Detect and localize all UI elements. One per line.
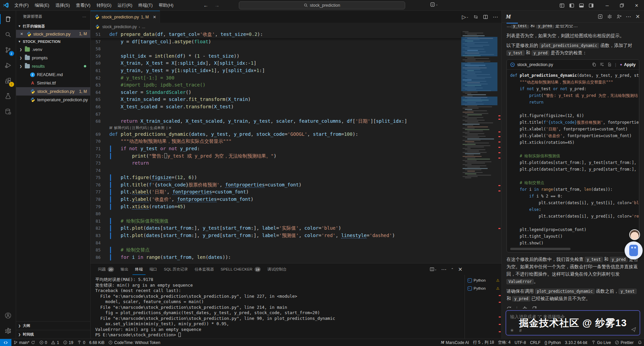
terminal-output[interactable]: 平均绝对误差(MAE): 5.9178发生错误: min() arg is an… [91,275,465,339]
minimap[interactable] [461,31,497,263]
status-0[interactable]: 0 [37,339,49,346]
account-icon[interactable] [0,308,16,323]
open-editor-item[interactable]: ✕ stock_prediction.py 1, M [16,30,90,38]
menu-选择S[interactable]: 选择(S) [52,2,73,9]
copy-code-icon[interactable] [592,62,596,67]
tab-close-icon[interactable]: ✕ [153,15,156,19]
minimize-button[interactable]: ─ [600,0,614,11]
close-window-button[interactable]: ✕ [629,0,644,11]
codelens-actions[interactable]: M解释代码 | 注释代码 | 生成单测| ✕ [91,125,461,131]
explorer-icon[interactable] [0,11,16,27]
tab-stock-prediction[interactable]: stock_prediction.py 1, M ✕ [91,11,160,23]
status-codetime-without-token[interactable]: CodeTime: Without Token [106,339,162,346]
menu-终端T[interactable]: 终端(T) [135,2,156,9]
panel-tab-输出[interactable]: 输出 [118,264,131,275]
chat-close-icon[interactable]: ✕ [636,13,640,20]
assistant-avatar[interactable] [629,229,640,240]
status-marscode-ai[interactable]: MMarsCode AI [439,339,471,346]
panel-tab-问题[interactable]: 问题20 [95,264,117,275]
panel-tab-SPELL CHECKER[interactable]: SPELL CHECKER19 [218,264,263,275]
status-6-68-kib[interactable]: 6.68 KiB [87,339,106,346]
regenerate-icon[interactable] [506,306,512,309]
terminal-split-icon[interactable]: ⌄ [430,267,437,272]
panel-tab-终端[interactable]: 终端 [132,264,146,275]
thumbs-up-icon[interactable] [522,306,527,309]
database-icon[interactable] [0,104,16,119]
status-行-5-列-18[interactable]: 行 5，列 18 [471,339,496,346]
menu-编辑E[interactable]: 编辑(E) [32,2,52,9]
commands-icon[interactable]: ✳ [510,328,514,333]
run-debug-icon[interactable] [0,58,16,73]
status-crlf[interactable]: CRLF [528,339,542,346]
status-bell[interactable] [636,339,644,346]
panel-close-icon[interactable]: ✕ [458,266,463,273]
workspace-root-section[interactable]: ▼STOCK_PREDICTION [16,38,90,45]
terminal-session-Python[interactable]: >_Python⚠ [465,276,501,284]
toggle-secondary-sidebar-icon[interactable] [589,3,594,8]
status-go-live[interactable]: Go Live [589,339,613,346]
send-message-icon[interactable] [631,327,636,332]
toggle-sidebar-icon[interactable] [569,3,574,8]
panel-tab-SQL 历史记录[interactable]: SQL 历史记录 [161,264,191,275]
panel-tab-调试控制台[interactable]: 调试控制台 [265,264,289,275]
chat-messages[interactable]: …y_test 和 y_pred 是否为空… 列表是否为空，如果为空，则跳过绘图… [502,23,644,308]
settings-gear-icon[interactable] [0,323,16,339]
toggle-panel-icon[interactable] [579,3,584,8]
status-1[interactable]: 1 [49,339,61,346]
status-3-10-2-64-bit[interactable]: 3.10.2 64-bit [563,339,589,346]
panel-tab-端口[interactable]: 端口 [147,264,160,275]
nav-back-icon[interactable]: ← [203,2,208,8]
panel-more-icon[interactable]: ⋯ [441,266,446,273]
status-utf-8[interactable]: UTF-8 [513,339,528,346]
extensions-icon[interactable]: ! [0,73,16,89]
close-editor-icon[interactable]: ✕ [20,32,25,36]
source-control-icon[interactable]: 2 [0,42,16,58]
profile-grid-icon[interactable]: ⌄ [430,2,438,7]
file-item-temperature_prediction.py[interactable]: temperature_prediction.py [16,96,90,104]
code-editor[interactable]: 51def prepare_data(df, target_col='收盘', … [91,31,501,263]
status--python[interactable]: {} Python [543,339,563,346]
command-center-search[interactable]: stock_prediction [239,1,405,9]
code-card-scrollbar[interactable] [510,248,571,250]
panel-tab-任务监视器[interactable]: 任务监视器 [192,264,217,275]
terminal-session-Python[interactable]: >_Python⚠ [465,284,501,292]
open-editors-section[interactable]: ▼打开的编辑器 [16,22,90,30]
status-19[interactable]: 19 [61,339,75,346]
run-iteration-icon[interactable] [473,14,478,19]
file-item-README.md[interactable]: iREADME.md [16,70,90,79]
remote-indicator[interactable] [0,339,11,346]
file-item-prompts[interactable]: ❯prompts [16,54,90,62]
editor-more-icon[interactable]: ⋯ [493,14,498,20]
sidebar-section-时间线[interactable]: ❯时间线 [16,330,90,339]
insert-code-icon[interactable] [600,62,604,67]
menu-帮助H[interactable]: 帮助(H) [156,2,176,9]
file-item-SimHei.ttf[interactable]: ASimHei.ttf [16,79,90,87]
file-item-stock_prediction.py[interactable]: stock_prediction.py1, M [16,87,90,96]
status-prettier[interactable]: Prettier [613,339,636,346]
chat-settings-gear-icon[interactable] [607,14,612,19]
file-item-.venv[interactable]: ❯.venv [16,45,90,54]
menu-文件F[interactable]: 文件(F) [11,2,32,9]
floating-assistant-widget[interactable] [625,241,643,260]
status-空格-4[interactable]: 空格: 4 [496,339,513,346]
search-sidebar-icon[interactable] [0,27,16,42]
testing-icon[interactable] [0,89,16,104]
sidebar-section-大纲[interactable]: ❯大纲 [16,321,90,330]
menu-查看V[interactable]: 查看(V) [73,2,93,9]
apply-button[interactable]: ✦Apply [620,61,636,68]
menu-运行R[interactable]: 运行(R) [114,2,135,9]
thumbs-down-icon[interactable] [532,306,537,309]
new-file-code-icon[interactable] [607,62,612,67]
status-0[interactable]: 0 [75,339,87,346]
split-editor-icon[interactable] [483,14,488,19]
status-main-[interactable]: main* [11,339,37,346]
nav-forward-icon[interactable]: → [214,2,219,8]
share-profile-icon[interactable] [616,14,622,19]
file-item-results[interactable]: ❯results [16,62,90,70]
breadcrumb[interactable]: stock_prediction.py › ... [91,23,501,31]
new-chat-icon[interactable] [598,14,603,19]
run-python-button[interactable]: ▷⌄ [462,14,469,20]
restore-button[interactable] [614,0,629,11]
panel-maximize-icon[interactable]: ⌃ [451,268,453,271]
sidebar-more-icon[interactable]: ··· [83,15,87,19]
